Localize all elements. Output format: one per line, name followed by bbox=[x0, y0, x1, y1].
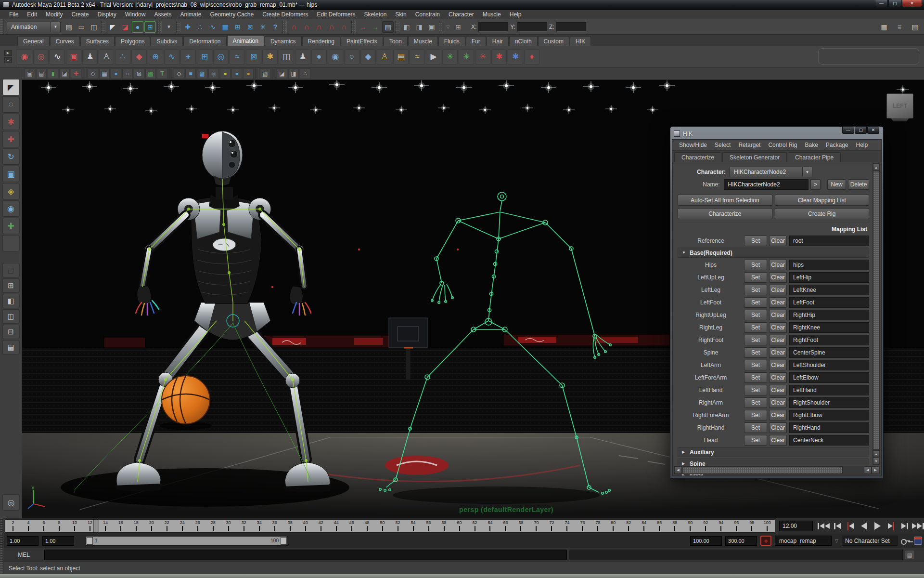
mapping-value-field[interactable]: CenterSpine bbox=[789, 347, 869, 358]
mask-curves-icon[interactable]: ∿ bbox=[207, 21, 218, 33]
make-live-icon[interactable]: ∩ bbox=[338, 21, 350, 33]
shelf-aim-constraint-icon[interactable]: ◉ bbox=[328, 49, 343, 65]
character-menu[interactable]: mocap_remap bbox=[775, 536, 832, 546]
mapping-value-field[interactable]: LeftFoot bbox=[789, 297, 869, 308]
menu-item[interactable]: Edit bbox=[23, 11, 41, 18]
scroll-up-icon[interactable]: ▲ bbox=[873, 450, 879, 457]
clear-button[interactable]: Clear bbox=[769, 435, 787, 446]
set-button[interactable]: Set bbox=[744, 322, 767, 333]
hik-menu-item[interactable]: Select bbox=[711, 142, 734, 148]
horizontal-scrollbar[interactable]: ◀ ◀ ▶ bbox=[674, 466, 880, 474]
range-slider[interactable]: 1 100 bbox=[86, 536, 288, 546]
menu-item[interactable]: Display bbox=[93, 11, 120, 18]
scroll-left-icon[interactable]: ◀ bbox=[864, 466, 872, 474]
shelf-tab[interactable]: Curves bbox=[50, 36, 80, 46]
mapping-value-field[interactable]: LeftShoulder bbox=[789, 360, 869, 370]
menu-item[interactable]: Skin bbox=[391, 11, 411, 18]
film-gate-icon[interactable]: ▦ bbox=[99, 68, 110, 79]
z-coord-input[interactable] bbox=[556, 22, 586, 32]
timeline-tick[interactable]: 36 bbox=[267, 520, 282, 532]
select-tool[interactable]: ◤ bbox=[2, 79, 20, 95]
mask-surfaces-icon[interactable]: ▦ bbox=[219, 21, 231, 33]
character-dropdown[interactable]: HIKCharacterNode2 ▼ bbox=[730, 167, 812, 177]
timeline-tick[interactable]: 62 bbox=[467, 520, 483, 532]
isolate-select-icon[interactable]: ▧ bbox=[260, 68, 270, 79]
animation-start-field[interactable] bbox=[7, 536, 38, 546]
shelf-bind-skin-icon[interactable]: ≈ bbox=[230, 49, 245, 65]
mapping-value-field[interactable]: LeftKnee bbox=[789, 285, 869, 295]
shelf-air-field-icon[interactable]: ✳ bbox=[442, 49, 458, 65]
shelf-set-breakdown-icon[interactable]: ◎ bbox=[33, 49, 49, 65]
window-titlebar[interactable]: Autodesk Maya 2011 Beta 2 x64 - Trial Ve… bbox=[0, 0, 924, 10]
create-rig-button[interactable]: Create Rig bbox=[775, 208, 870, 219]
timeline-tick[interactable]: 48 bbox=[359, 520, 375, 532]
menu-item[interactable]: Assets bbox=[150, 11, 176, 18]
construction-history-icon[interactable]: ▤ bbox=[382, 21, 394, 33]
timeline-tick[interactable]: 94 bbox=[713, 520, 729, 532]
command-line-input[interactable] bbox=[44, 550, 567, 560]
timeline-tick[interactable]: 72 bbox=[544, 520, 559, 532]
timeline-tick[interactable]: 44 bbox=[329, 520, 344, 532]
apply-name-button[interactable]: > bbox=[810, 179, 821, 190]
step-back-frame-button[interactable] bbox=[831, 521, 843, 531]
time-slider[interactable]: 2 4 6 8 10 12 bbox=[5, 519, 775, 533]
lasso-select-tool[interactable]: ◌ bbox=[2, 96, 20, 113]
clear-button[interactable]: Clear bbox=[769, 372, 787, 383]
shelf-tab[interactable]: Hair bbox=[487, 36, 509, 46]
animation-end-field[interactable] bbox=[725, 536, 757, 546]
shelf-tab[interactable]: Animation bbox=[227, 35, 264, 46]
key-icon[interactable] bbox=[901, 538, 911, 544]
scrollbar-thumb[interactable] bbox=[873, 171, 879, 449]
playback-start-field[interactable] bbox=[42, 536, 74, 546]
shelf-character-icon[interactable]: ♟ bbox=[82, 49, 98, 65]
shelf-ik-spline-icon[interactable]: ∿ bbox=[164, 49, 180, 65]
separator[interactable] bbox=[395, 21, 399, 33]
menu-item[interactable]: Character bbox=[444, 11, 478, 18]
multi-pane-icon[interactable]: ∴ bbox=[300, 68, 310, 79]
toolbar-grip[interactable] bbox=[0, 19, 4, 34]
range-end-handle[interactable] bbox=[281, 537, 287, 545]
wireframe-on-shaded-icon[interactable]: ◪ bbox=[277, 68, 287, 79]
layout-four-pane[interactable]: ⊞ bbox=[2, 278, 20, 293]
script-editor-icon[interactable]: ▤ bbox=[905, 550, 914, 560]
shelf-tab[interactable]: Polygons bbox=[115, 36, 150, 46]
shelf-tab[interactable]: Muscle bbox=[408, 36, 438, 46]
base-section-header[interactable]: ▼ Base(Required) bbox=[678, 248, 869, 258]
menu-item[interactable]: Edit Deformers bbox=[313, 11, 360, 18]
shelf-tab[interactable]: Custom bbox=[538, 36, 569, 46]
shelf-orient-constraint-icon[interactable]: ○ bbox=[344, 49, 359, 65]
layout-persp-panel[interactable]: ▤ bbox=[2, 340, 20, 355]
shelf-character-set-icon[interactable]: ♙ bbox=[377, 49, 392, 65]
hik-titlebar[interactable]: HIK — ▢ ✕ bbox=[672, 128, 882, 139]
timeline-tick[interactable]: 28 bbox=[205, 520, 221, 532]
shelf-drag-field-icon[interactable]: ✳ bbox=[459, 49, 474, 65]
separator[interactable] bbox=[83, 68, 86, 79]
mask-misc-icon[interactable]: ? bbox=[270, 21, 281, 33]
scroll-right-icon[interactable]: ▶ bbox=[872, 466, 879, 474]
scroll-left-icon[interactable]: ◀ bbox=[674, 466, 682, 474]
timeline-tick[interactable]: 2 bbox=[5, 520, 21, 532]
default-material-icon[interactable]: ● bbox=[231, 68, 242, 79]
timeline-tick[interactable]: 6 bbox=[36, 520, 51, 532]
timeline-tick[interactable]: 12 bbox=[82, 520, 98, 532]
dropdown-arrow-icon[interactable]: ▽ bbox=[445, 21, 451, 33]
mapping-value-field[interactable]: RightHand bbox=[789, 422, 869, 433]
mapping-value-field[interactable]: hips bbox=[789, 260, 869, 270]
shelf-tab[interactable]: Dynamics bbox=[265, 36, 302, 46]
shelf-turbulence-field-icon[interactable]: ✱ bbox=[491, 49, 507, 65]
x-coord-input[interactable] bbox=[478, 22, 508, 32]
set-button[interactable]: Set bbox=[744, 372, 767, 383]
timeline-tick[interactable]: 4 bbox=[21, 520, 36, 532]
mapping-value-field[interactable]: RightElbow bbox=[789, 410, 869, 420]
shelf-ik-handle-icon[interactable]: ◆ bbox=[131, 49, 147, 65]
play-forwards-button[interactable] bbox=[872, 521, 884, 531]
shelf-tab[interactable]: Subdivs bbox=[151, 36, 183, 46]
toolbar-grip[interactable] bbox=[0, 548, 4, 562]
timeline-tick[interactable]: 54 bbox=[406, 520, 421, 532]
clear-mapping-list-button[interactable]: Clear Mapping List bbox=[775, 195, 870, 206]
section-header[interactable]: ▶ Auxiliary bbox=[678, 447, 869, 457]
restore-button[interactable]: ▢ bbox=[855, 127, 867, 134]
shelf-joint-chain-icon[interactable]: ⊕ bbox=[148, 49, 163, 65]
separator[interactable] bbox=[255, 68, 258, 79]
timeline-tick[interactable]: 52 bbox=[390, 520, 406, 532]
